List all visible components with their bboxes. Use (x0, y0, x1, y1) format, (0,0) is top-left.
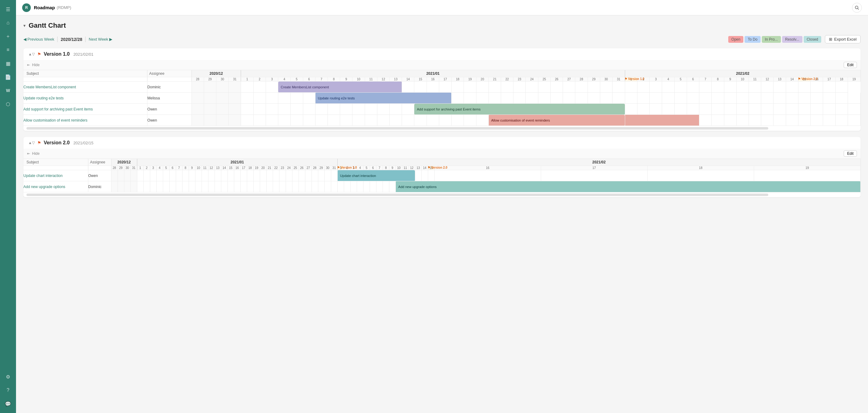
day-cell: 4 (662, 77, 674, 82)
subject-header-2: Subject (23, 159, 88, 166)
task-1-subject[interactable]: Create MembersList component (23, 82, 147, 93)
version-1-collapse-button[interactable]: ▲▽ (28, 52, 35, 56)
current-date: 2020/12/28 (61, 37, 82, 42)
day-cell: 20 (476, 77, 489, 82)
sidebar-home-icon[interactable]: ⌂ (2, 17, 13, 28)
gantt-table-1: Subject Assignee 2020/12 2021/01 2021/02… (23, 70, 861, 131)
version-2-flag-label: ⚑ Version 2.0 (798, 77, 818, 81)
version-2-date: 2021/02/15 (73, 140, 93, 145)
filter-inpro[interactable]: In Pro... (762, 36, 781, 43)
sidebar-package-icon[interactable]: ⬡ (2, 98, 13, 109)
svg-line-1 (858, 8, 859, 9)
task-4-subject[interactable]: Allow customisation of event reminders (23, 115, 147, 126)
app-title: Roadmap (34, 5, 55, 10)
gantt-scrollbar-2[interactable] (27, 194, 768, 196)
task-6-subject[interactable]: Add new upgrade options (23, 181, 88, 192)
day-cell: 28 (575, 77, 588, 82)
month-dec-2: 2020/12 (111, 159, 137, 166)
hide-button-2[interactable]: ⇤ Hide (27, 151, 40, 156)
day-cell: 22 (501, 77, 514, 82)
filter-resolv[interactable]: Resolv... (782, 36, 802, 43)
day-cell: 12 (377, 77, 390, 82)
day-cell: 1 (241, 77, 253, 82)
controls-row: ◀ Previous Week 2020/12/28 Next Week ▶ O… (23, 35, 861, 43)
task-row-1: Create MembersList component Dominic Cre… (23, 82, 861, 93)
task-4-assignee: Owen (147, 115, 191, 126)
task-2-bar[interactable]: Update routing e2e tests (315, 93, 451, 104)
day-cell: 18 (452, 77, 464, 82)
version-2-collapse-button[interactable]: ▲▽ (28, 140, 35, 145)
hide-button-1[interactable]: ⇤ Hide (27, 63, 40, 67)
gantt-2-controls: ⇤ Hide Edit (23, 149, 861, 159)
task-4-bar[interactable]: Allow customisation of event reminders (489, 115, 625, 126)
sidebar-menu-icon[interactable]: ☰ (2, 4, 13, 15)
next-week-button[interactable]: Next Week ▶ (89, 37, 112, 41)
search-button[interactable] (852, 3, 862, 12)
gantt-scrollbar-row-1 (23, 126, 861, 131)
edit-button-2[interactable]: Edit (844, 151, 857, 157)
task-6-bar[interactable]: Add new upgrade options (396, 181, 860, 192)
sidebar-help-icon[interactable]: ? (2, 385, 13, 396)
sidebar-settings-icon[interactable]: ⚙ (2, 371, 13, 382)
gantt-table-2: Subject Assignee 2020/12 2021/01 2021/02… (23, 159, 861, 197)
day-cell: 4 (278, 77, 290, 82)
sidebar-plus-icon[interactable]: ＋ (2, 31, 13, 42)
version-marker-row-2: 28 29 30 31 1 2 3 4 5 6 7 8 9 (23, 166, 861, 170)
day-cell: 13 (774, 77, 786, 82)
day-cell: 10 (352, 77, 365, 82)
task-3-bar[interactable]: Add support for archiving past Event ite… (414, 104, 625, 115)
filter-closed[interactable]: Closed (804, 36, 821, 43)
app-logo: R (22, 3, 31, 12)
filter-todo[interactable]: To Do (745, 36, 760, 43)
sidebar-document-icon[interactable]: 📄 (2, 71, 13, 83)
task-5-bar[interactable]: Update chart interaction (337, 170, 415, 181)
day-cell: 31 (612, 77, 625, 82)
day-cell: 24 (526, 77, 538, 82)
filter-open[interactable]: Open (728, 36, 743, 43)
day-cell: 7 (699, 77, 712, 82)
export-excel-button[interactable]: ⊞ Export Excel (825, 35, 861, 43)
sidebar-word-icon[interactable]: W (2, 85, 13, 96)
month-dec: 2020/12 (191, 70, 241, 77)
day-cell: 14 (402, 77, 414, 82)
table-icon: ⊞ (829, 37, 832, 41)
week-divider (57, 37, 58, 42)
page-collapse-button[interactable]: ▾ (23, 23, 26, 28)
day-cell: 15 (414, 77, 427, 82)
edit-button-1[interactable]: Edit (844, 62, 857, 68)
prev-chevron-icon: ◀ (23, 37, 27, 41)
hide-arrow-icon-2: ⇤ (27, 151, 30, 156)
task-2-subject[interactable]: Update routing e2e tests (23, 93, 147, 104)
version-1-flag-label: ⚑ Version 1.0 (624, 77, 645, 81)
day-cell: 12 (761, 77, 774, 82)
day-cell: 11 (365, 77, 377, 82)
day-cell: 18 (835, 77, 848, 82)
sidebar-list-icon[interactable]: ≡ (2, 44, 13, 55)
day-cell: 2 (253, 77, 266, 82)
task-3-subject[interactable]: Add support for archiving past Event ite… (23, 104, 147, 115)
day-cell: 9 (724, 77, 736, 82)
gantt-scrollbar-1[interactable] (27, 127, 768, 130)
day-cell: 7 (315, 77, 328, 82)
sidebar-chat-icon[interactable]: 💬 (2, 398, 13, 409)
week-divider-2 (85, 37, 86, 42)
month-jan: 2021/01 (241, 70, 625, 77)
month-header-row: Subject Assignee 2020/12 2021/01 2021/02 (23, 70, 861, 77)
task-5-subject[interactable]: Update chart interaction (23, 170, 88, 181)
version-1-header: ▲▽ ⚑ Version 1.0 2021/02/01 (23, 48, 861, 60)
day-cell: 19 (464, 77, 476, 82)
version-2-block: ▲▽ ⚑ Version 2.0 2021/02/15 ⇤ Hide Edit (23, 137, 861, 197)
day-cell: 17 (439, 77, 451, 82)
day-cell: 10 (736, 77, 749, 82)
version-2-gantt: ⇤ Hide Edit Subject (23, 149, 861, 197)
gantt-1-controls: ⇤ Hide Edit (23, 60, 861, 70)
prev-week-button[interactable]: ◀ Previous Week (23, 37, 54, 41)
task-1-bar[interactable]: Create MembersList component (278, 82, 402, 93)
day-cell: 5 (290, 77, 303, 82)
sidebar-chart-icon[interactable]: ▦ (2, 58, 13, 69)
version-1-marker-cell: ⚑ Version 1.0 1 (625, 77, 637, 82)
hide-arrow-icon: ⇤ (27, 63, 30, 67)
gantt-scrollbar-row-2 (23, 192, 861, 198)
month-feb-2: 2021/02 (337, 159, 860, 166)
page-content: ▾ Gantt Chart ◀ Previous Week 2020/12/28… (16, 15, 868, 210)
